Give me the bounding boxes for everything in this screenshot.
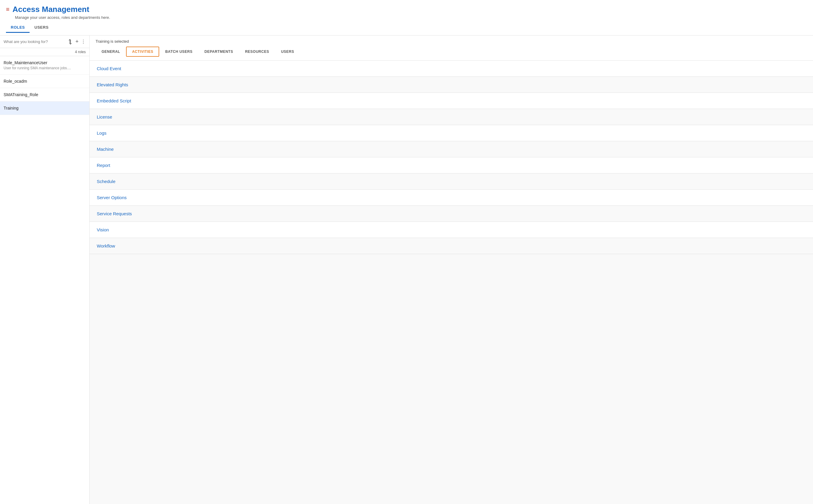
activity-item-0[interactable]: Cloud Event — [90, 61, 813, 77]
activity-item-10[interactable]: Vision — [90, 222, 813, 238]
right-panel: Training is selected GENERAL ACTIVITIES … — [90, 36, 813, 504]
activities-list: Cloud Event Elevated Rights Embedded Scr… — [90, 61, 813, 254]
menu-icon[interactable]: ≡ — [6, 6, 10, 13]
role-name-3: Training — [4, 106, 86, 110]
tab-roles[interactable]: ROLES — [6, 23, 30, 33]
right-header: Training is selected GENERAL ACTIVITIES … — [90, 36, 813, 61]
page-title: Access Management — [13, 5, 89, 14]
activity-item-11[interactable]: Workflow — [90, 238, 813, 254]
sub-tab-users[interactable]: USERS — [275, 47, 300, 57]
sub-tab-general[interactable]: GENERAL — [96, 47, 126, 57]
role-item-0[interactable]: Role_MaintenanceUser User for running SM… — [0, 56, 89, 75]
role-name-1: Role_ocadm — [4, 79, 86, 84]
sort-icon[interactable] — [67, 39, 73, 44]
sub-tab-activities[interactable]: ACTIVITIES — [126, 47, 159, 57]
more-icon[interactable]: ⋮ — [81, 39, 86, 44]
activity-item-5[interactable]: Machine — [90, 141, 813, 157]
role-item-3[interactable]: Training — [0, 102, 89, 115]
activity-item-3[interactable]: License — [90, 109, 813, 125]
role-desc-0: User for running SMA maintenance jobs...… — [4, 66, 86, 70]
role-name-2: SMATraining_Role — [4, 92, 86, 97]
sub-tab-departments[interactable]: DEPARTMENTS — [198, 47, 239, 57]
activity-item-6[interactable]: Report — [90, 157, 813, 173]
add-icon[interactable]: + — [75, 39, 79, 45]
top-tabs: ROLES USERS — [6, 23, 807, 33]
role-item-1[interactable]: Role_ocadm — [0, 75, 89, 88]
activity-item-9[interactable]: Service Requests — [90, 206, 813, 222]
sub-tab-batch-users[interactable]: BATCH USERS — [159, 47, 198, 57]
sub-tab-resources[interactable]: RESOURCES — [239, 47, 275, 57]
activity-item-4[interactable]: Logs — [90, 125, 813, 141]
search-input[interactable] — [4, 39, 65, 44]
role-item-2[interactable]: SMATraining_Role — [0, 88, 89, 102]
role-name-0: Role_MaintenanceUser — [4, 60, 86, 65]
page-subtitle: Manage your user access, roles and depar… — [15, 15, 807, 20]
tab-users[interactable]: USERS — [30, 23, 53, 33]
page-header: ≡ Access Management Manage your user acc… — [0, 0, 813, 36]
roles-count: 4 roles — [0, 48, 89, 56]
selected-label: Training is selected — [96, 39, 807, 44]
activity-item-2[interactable]: Embedded Script — [90, 93, 813, 109]
activity-item-1[interactable]: Elevated Rights — [90, 77, 813, 93]
activity-item-7[interactable]: Schedule — [90, 173, 813, 190]
page-wrapper: ≡ Access Management Manage your user acc… — [0, 0, 813, 504]
left-panel: + ⋮ 4 roles Role_MaintenanceUser User fo… — [0, 36, 90, 504]
sub-tabs: GENERAL ACTIVITIES BATCH USERS DEPARTMEN… — [96, 47, 807, 57]
search-bar: + ⋮ — [0, 36, 89, 48]
roles-list: Role_MaintenanceUser User for running SM… — [0, 56, 89, 115]
main-layout: + ⋮ 4 roles Role_MaintenanceUser User fo… — [0, 36, 813, 504]
activity-item-8[interactable]: Server Options — [90, 190, 813, 206]
title-row: ≡ Access Management — [6, 5, 807, 14]
